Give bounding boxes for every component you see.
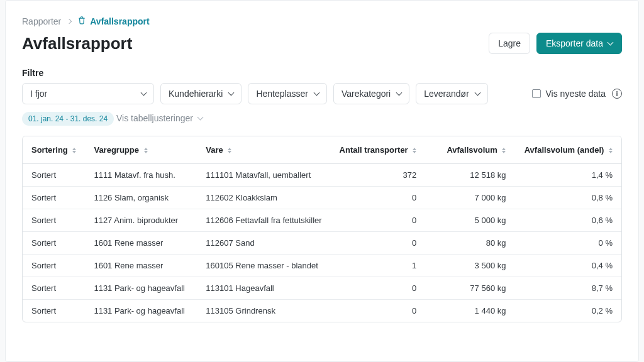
chevron-down-icon	[608, 39, 614, 45]
cell-andel: 0 %	[514, 232, 621, 255]
cell-varegruppe: 1131 Park- og hageavfall	[85, 300, 197, 322]
chevron-down-icon	[228, 89, 235, 96]
sort-icon	[502, 148, 506, 153]
sort-icon	[72, 148, 76, 153]
cell-varegruppe: 1131 Park- og hageavfall	[85, 277, 197, 300]
table-adjustments-toggle[interactable]: Vis tabelljusteringer	[116, 113, 203, 123]
cell-sortering: Sortert	[23, 300, 85, 322]
export-data-button[interactable]: Eksporter data	[536, 33, 622, 54]
save-button[interactable]: Lagre	[489, 33, 530, 54]
cell-sortering: Sortert	[23, 187, 85, 209]
chevron-down-icon	[141, 89, 147, 96]
table-row[interactable]: Sortert1131 Park- og hageavfall113101 Ha…	[23, 277, 621, 300]
breadcrumb-current[interactable]: Avfallsrapport	[77, 16, 149, 26]
report-table: Sortering Varegruppe Vare Antall transpo…	[22, 136, 622, 322]
supplier-filter[interactable]: Leverandør	[416, 83, 488, 104]
cell-volum: 77 560 kg	[425, 277, 514, 300]
cell-andel: 0,6 %	[514, 209, 621, 232]
cell-varegruppe: 1111 Matavf. fra hush.	[85, 164, 197, 187]
table-row[interactable]: Sortert1126 Slam, organisk112602 Kloakks…	[23, 187, 621, 209]
chevron-down-icon	[474, 89, 480, 96]
info-icon[interactable]: i	[612, 89, 622, 99]
cell-volum: 5 000 kg	[425, 209, 514, 232]
table-row[interactable]: Sortert1111 Matavf. fra hush.111101 Mata…	[23, 164, 621, 187]
cell-vare: 112607 Sand	[197, 232, 330, 255]
cell-vare: 112602 Kloakkslam	[197, 187, 330, 209]
chevron-down-icon	[396, 89, 402, 96]
col-header-avfallsvolum[interactable]: Avfallsvolum	[425, 136, 514, 164]
cell-andel: 1,4 %	[514, 164, 621, 187]
cell-varegruppe: 1601 Rene masser	[85, 232, 197, 255]
cell-varegruppe: 1126 Slam, organisk	[85, 187, 197, 209]
sort-icon	[144, 148, 148, 153]
cell-andel: 0,2 %	[514, 300, 621, 322]
cell-andel: 0,8 %	[514, 187, 621, 209]
breadcrumb-root[interactable]: Rapporter	[22, 16, 61, 26]
table-row[interactable]: Sortert1601 Rene masser112607 Sand080 kg…	[23, 232, 621, 255]
cell-transporter: 372	[331, 164, 426, 187]
breadcrumb: Rapporter Avfallsrapport	[22, 16, 622, 26]
cell-sortering: Sortert	[23, 164, 85, 187]
sort-icon	[228, 148, 231, 153]
cell-volum: 1 440 kg	[425, 300, 514, 322]
period-filter[interactable]: I fjor	[22, 83, 154, 104]
cell-transporter: 1	[331, 255, 426, 277]
cell-transporter: 0	[331, 209, 426, 232]
cell-sortering: Sortert	[23, 232, 85, 255]
date-range-badge: 01. jan. 24 - 31. des. 24	[22, 112, 114, 126]
chevron-down-icon	[197, 114, 203, 120]
cell-transporter: 0	[331, 277, 426, 300]
cell-vare: 111101 Matavfall, uemballert	[197, 164, 330, 187]
cell-volum: 12 518 kg	[425, 164, 514, 187]
col-header-vare[interactable]: Vare	[197, 136, 330, 164]
sort-icon	[609, 148, 613, 153]
product-category-filter[interactable]: Varekategori	[333, 83, 409, 104]
cell-transporter: 0	[331, 232, 426, 255]
chevron-right-icon	[67, 18, 72, 23]
col-header-transporter[interactable]: Antall transporter	[331, 136, 426, 164]
checkbox-icon	[532, 89, 541, 98]
cell-volum: 80 kg	[425, 232, 514, 255]
cell-sortering: Sortert	[23, 209, 85, 232]
customer-hierarchy-filter[interactable]: Kundehierarki	[160, 83, 242, 104]
trash-icon	[77, 16, 86, 26]
col-header-sortering[interactable]: Sortering	[23, 136, 85, 164]
cell-andel: 0,4 %	[514, 255, 621, 277]
cell-varegruppe: 1601 Rene masser	[85, 255, 197, 277]
cell-sortering: Sortert	[23, 255, 85, 277]
cell-volum: 3 500 kg	[425, 255, 514, 277]
table-row[interactable]: Sortert1127 Anim. biprodukter112606 Fett…	[23, 209, 621, 232]
table-row[interactable]: Sortert1131 Park- og hageavfall113105 Gr…	[23, 300, 621, 322]
col-header-avfallsvolum-andel[interactable]: Avfallsvolum (andel)	[514, 136, 621, 164]
cell-transporter: 0	[331, 187, 426, 209]
cell-sortering: Sortert	[23, 277, 85, 300]
table-row[interactable]: Sortert1601 Rene masser160105 Rene masse…	[23, 255, 621, 277]
cell-vare: 160105 Rene masser - blandet	[197, 255, 330, 277]
page-title: Avfallsrapport	[22, 34, 132, 53]
show-latest-data-checkbox[interactable]: Vis nyeste data	[532, 89, 606, 99]
cell-volum: 7 000 kg	[425, 187, 514, 209]
cell-vare: 113101 Hageavfall	[197, 277, 330, 300]
sort-icon	[413, 148, 416, 153]
cell-varegruppe: 1127 Anim. biprodukter	[85, 209, 197, 232]
cell-andel: 8,7 %	[514, 277, 621, 300]
cell-vare: 112606 Fettavfall fra fettutskiller	[197, 209, 330, 232]
filters-heading: Filtre	[22, 68, 622, 78]
cell-vare: 113105 Grindrensk	[197, 300, 330, 322]
cell-transporter: 0	[331, 300, 426, 322]
chevron-down-icon	[313, 89, 319, 96]
pickup-locations-filter[interactable]: Henteplasser	[248, 83, 327, 104]
col-header-varegruppe[interactable]: Varegruppe	[85, 136, 197, 164]
